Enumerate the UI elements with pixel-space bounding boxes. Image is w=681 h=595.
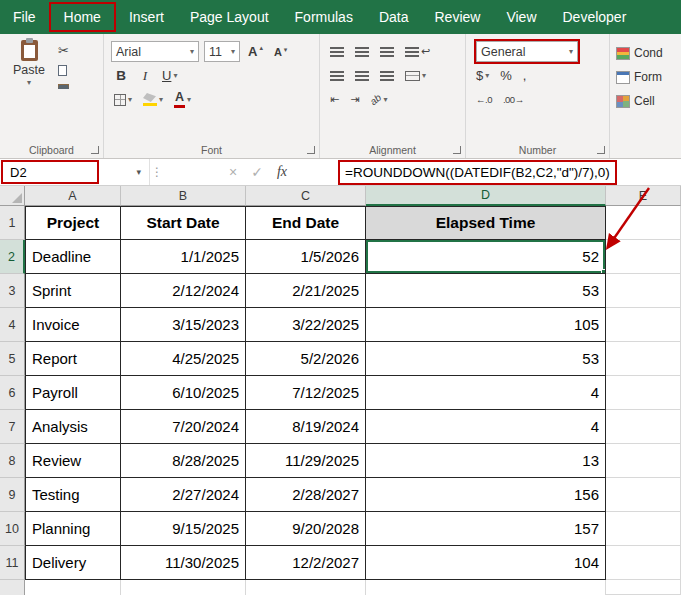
cell-B1[interactable]: Start Date <box>121 206 246 240</box>
col-header-B[interactable]: B <box>121 186 246 206</box>
cell-A8[interactable]: Review <box>25 444 121 478</box>
cell-D4[interactable]: 105 <box>366 308 606 342</box>
font-dialog-launcher-icon[interactable] <box>307 146 315 154</box>
merge-center-button[interactable]: ▾ <box>402 70 429 82</box>
cell-A12[interactable] <box>25 580 121 595</box>
cell-A1[interactable]: Project <box>25 206 121 240</box>
cell-D6[interactable]: 4 <box>366 376 606 410</box>
row-header-11[interactable]: 11 <box>0 546 25 580</box>
cell-D1[interactable]: Elapsed Time <box>366 206 606 240</box>
cell-B8[interactable]: 8/28/2025 <box>121 444 246 478</box>
cell-C3[interactable]: 2/21/2025 <box>246 274 366 308</box>
chevron-down-icon[interactable]: ▾ <box>136 167 141 177</box>
tab-review[interactable]: Review <box>422 2 494 32</box>
underline-button[interactable]: U ▾ <box>159 67 180 84</box>
cell-E12[interactable] <box>606 580 681 595</box>
cell-C6[interactable]: 7/12/2025 <box>246 376 366 410</box>
cell-A11[interactable]: Delivery <box>25 546 121 580</box>
formula-bar-handle[interactable]: ⋮ <box>150 165 164 179</box>
cell-E5[interactable] <box>606 342 681 376</box>
cell-B6[interactable]: 6/10/2025 <box>121 376 246 410</box>
cell-C9[interactable]: 2/28/2027 <box>246 478 366 512</box>
col-header-A[interactable]: A <box>25 186 121 206</box>
cell-C12[interactable] <box>246 580 366 595</box>
cell-C10[interactable]: 9/20/2028 <box>246 512 366 546</box>
font-name-select[interactable]: Arial ▾ <box>111 41 199 62</box>
cell-E11[interactable] <box>606 546 681 580</box>
row-header-6[interactable]: 6 <box>0 376 25 410</box>
copy-button[interactable] <box>58 65 67 76</box>
font-size-select[interactable]: 11 ▾ <box>204 41 240 62</box>
italic-button[interactable]: I <box>136 67 154 85</box>
cell-B2[interactable]: 1/1/2025 <box>121 240 246 274</box>
increase-font-size-button[interactable]: A ▴ <box>245 43 266 60</box>
cell-C4[interactable]: 3/22/2025 <box>246 308 366 342</box>
cell-B4[interactable]: 3/15/2023 <box>121 308 246 342</box>
col-header-D[interactable]: D <box>366 186 606 206</box>
cell-A7[interactable]: Analysis <box>25 410 121 444</box>
cell-E8[interactable] <box>606 444 681 478</box>
cell-A10[interactable]: Planning <box>25 512 121 546</box>
cell-C8[interactable]: 11/29/2025 <box>246 444 366 478</box>
row-header-5[interactable]: 5 <box>0 342 25 376</box>
increase-decimal-button[interactable]: ←.0 <box>473 93 495 106</box>
number-dialog-launcher-icon[interactable] <box>597 146 605 154</box>
formula-input[interactable]: =ROUNDDOWN((DATEDIF(B2,C2,"d")/7),0) <box>340 162 615 183</box>
cell-D7[interactable]: 4 <box>366 410 606 444</box>
row-header-1[interactable]: 1 <box>0 206 25 240</box>
alignment-dialog-launcher-icon[interactable] <box>453 146 461 154</box>
cell-C1[interactable]: End Date <box>246 206 366 240</box>
tab-developer[interactable]: Developer <box>550 2 640 32</box>
cell-A6[interactable]: Payroll <box>25 376 121 410</box>
row-header-4[interactable]: 4 <box>0 308 25 342</box>
wrap-text-button[interactable]: ↩ <box>402 44 433 59</box>
row-header-12[interactable] <box>0 580 25 595</box>
increase-indent-button[interactable]: ⇥ <box>347 92 362 107</box>
cell-C5[interactable]: 5/2/2026 <box>246 342 366 376</box>
cell-C7[interactable]: 8/19/2024 <box>246 410 366 444</box>
tab-home[interactable]: Home <box>49 2 116 32</box>
cell-D9[interactable]: 156 <box>366 478 606 512</box>
cell-D12[interactable] <box>366 580 606 595</box>
cell-D11[interactable]: 104 <box>366 546 606 580</box>
row-header-7[interactable]: 7 <box>0 410 25 444</box>
cell-D8[interactable]: 13 <box>366 444 606 478</box>
accounting-format-button[interactable]: $ ▾ <box>473 67 492 84</box>
col-header-C[interactable]: C <box>246 186 366 206</box>
font-color-button[interactable]: A ▾ <box>171 90 194 109</box>
row-header-8[interactable]: 8 <box>0 444 25 478</box>
cell-B12[interactable] <box>121 580 246 595</box>
name-box-value[interactable]: D2 <box>3 162 97 182</box>
cancel-button[interactable]: × <box>222 164 244 180</box>
cut-button[interactable]: ✂ <box>58 44 69 57</box>
tab-insert[interactable]: Insert <box>116 2 177 32</box>
cell-E7[interactable] <box>606 410 681 444</box>
cell-B9[interactable]: 2/27/2024 <box>121 478 246 512</box>
cell-D2[interactable]: 52 <box>366 240 606 274</box>
cell-styles-button[interactable]: Cell <box>616 92 675 110</box>
cell-D5[interactable]: 53 <box>366 342 606 376</box>
name-box[interactable]: D2 ▾ <box>0 159 150 185</box>
cell-D10[interactable]: 157 <box>366 512 606 546</box>
align-right-button[interactable] <box>377 70 397 82</box>
tab-data[interactable]: Data <box>366 2 422 32</box>
cell-B7[interactable]: 7/20/2024 <box>121 410 246 444</box>
decrease-decimal-button[interactable]: .00→ <box>500 93 527 106</box>
decrease-indent-button[interactable]: ⇤ <box>327 92 342 107</box>
cell-A2[interactable]: Deadline <box>25 240 121 274</box>
cell-E6[interactable] <box>606 376 681 410</box>
tab-formulas[interactable]: Formulas <box>282 2 366 32</box>
select-all-button[interactable] <box>0 186 25 206</box>
tab-view[interactable]: View <box>493 2 549 32</box>
enter-button[interactable]: ✓ <box>244 164 270 180</box>
cell-E2[interactable] <box>606 240 681 274</box>
cell-B11[interactable]: 11/30/2025 <box>121 546 246 580</box>
cell-A5[interactable]: Report <box>25 342 121 376</box>
align-bottom-button[interactable] <box>377 46 397 58</box>
format-as-table-button[interactable]: Form <box>616 68 675 86</box>
align-center-button[interactable] <box>352 70 372 82</box>
format-painter-button[interactable] <box>58 84 69 89</box>
cell-E10[interactable] <box>606 512 681 546</box>
cell-D3[interactable]: 53 <box>366 274 606 308</box>
cell-B10[interactable]: 9/15/2025 <box>121 512 246 546</box>
